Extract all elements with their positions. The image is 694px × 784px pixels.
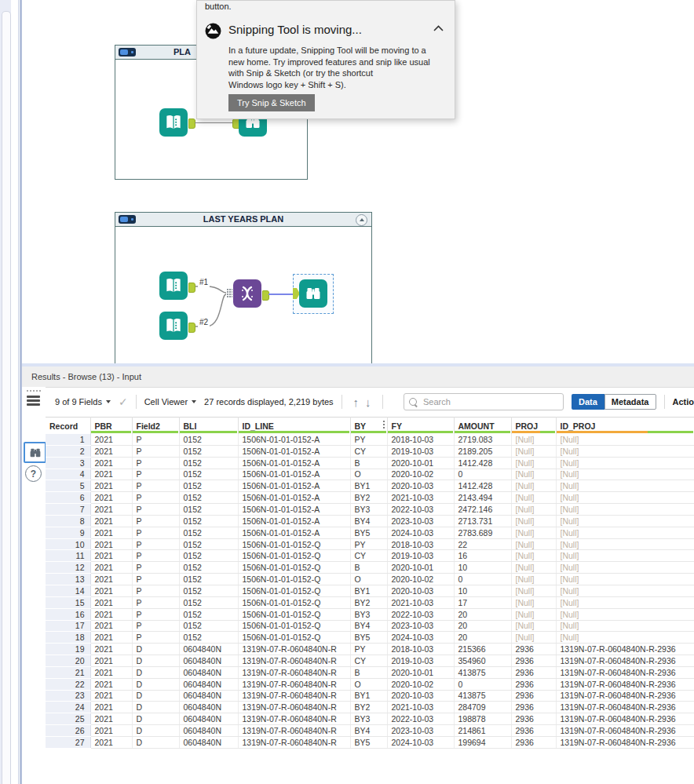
cell[interactable]: 2018-10-03 bbox=[387, 538, 454, 550]
column-header-id_proj[interactable]: ID_PROJ bbox=[556, 418, 694, 435]
table-row[interactable]: 82021P01521506N-01-01-0152-ABY42023-10-0… bbox=[46, 515, 694, 527]
table-row[interactable]: 32021P01521506N-01-01-0152-AB2020-10-011… bbox=[46, 457, 694, 469]
cell[interactable]: 1319N-07-R-0604840N-R-2936 bbox=[556, 644, 694, 655]
cell[interactable]: 2019-10-03 bbox=[387, 655, 454, 667]
cell[interactable]: PY bbox=[350, 538, 387, 550]
cell[interactable]: [Null] bbox=[511, 445, 556, 457]
cell[interactable]: 413875 bbox=[454, 690, 511, 702]
cell[interactable]: 2021 bbox=[90, 445, 132, 457]
cell[interactable]: 1319N-07-R-0604840N-R-2936 bbox=[556, 678, 694, 690]
table-row[interactable]: 162021P01521506N-01-01-0152-QBY32022-10-… bbox=[46, 608, 694, 620]
cell[interactable]: [Null] bbox=[556, 596, 694, 608]
cell[interactable]: BY4 bbox=[350, 620, 387, 632]
cell[interactable]: P bbox=[132, 492, 179, 504]
cell[interactable]: P bbox=[132, 550, 179, 562]
cell[interactable]: 2023-10-03 bbox=[387, 620, 454, 632]
column-header-by[interactable]: BY bbox=[350, 418, 387, 435]
cell[interactable]: [Null] bbox=[556, 620, 694, 632]
data-tab-button[interactable]: Data bbox=[572, 394, 605, 410]
cell[interactable]: [Null] bbox=[511, 608, 556, 620]
cell[interactable]: 2713.731 bbox=[454, 515, 511, 527]
cell[interactable]: [Null] bbox=[511, 620, 556, 632]
cell[interactable]: 1506N-01-01-0152-Q bbox=[238, 596, 350, 608]
cell[interactable]: [Null] bbox=[511, 504, 556, 516]
cell[interactable]: 2021 bbox=[90, 574, 132, 585]
cell[interactable]: [Null] bbox=[556, 434, 694, 445]
try-snip-sketch-button[interactable]: Try Snip & Sketch bbox=[228, 94, 315, 111]
cell[interactable]: 2021 bbox=[90, 550, 132, 562]
cell[interactable]: 2020-10-03 bbox=[387, 480, 454, 492]
cell[interactable]: 2021 bbox=[90, 469, 132, 480]
column-header-bli[interactable]: BLI bbox=[179, 418, 238, 435]
cell[interactable]: 0152 bbox=[179, 492, 238, 504]
cell[interactable]: 2936 bbox=[511, 725, 556, 737]
selected-connection-wire[interactable] bbox=[268, 294, 293, 295]
input-data-tool-2[interactable] bbox=[159, 312, 188, 340]
cell[interactable]: 1319N-07-R-0604840N-R bbox=[238, 702, 350, 713]
apply-check-icon[interactable]: ✓ bbox=[119, 396, 128, 408]
cell[interactable]: 284709 bbox=[454, 702, 511, 713]
container-toggle[interactable] bbox=[119, 48, 136, 57]
cell[interactable]: 5 bbox=[46, 480, 90, 492]
actions-menu-clipped[interactable]: Actio bbox=[673, 397, 694, 407]
cell[interactable]: [Null] bbox=[511, 550, 556, 562]
cell[interactable]: 2936 bbox=[511, 690, 556, 702]
cell[interactable]: CY bbox=[350, 655, 387, 667]
table-row[interactable]: 102021P01521506N-01-01-0152-QPY2018-10-0… bbox=[46, 538, 694, 550]
cell[interactable]: 0 bbox=[454, 574, 511, 585]
cell[interactable]: PY bbox=[350, 434, 387, 445]
output-anchor[interactable] bbox=[188, 323, 195, 333]
cell[interactable]: 2024-10-03 bbox=[387, 632, 454, 644]
cell[interactable]: [Null] bbox=[511, 562, 556, 574]
cell[interactable]: 0604840N bbox=[179, 725, 238, 737]
cell[interactable]: 6 bbox=[46, 492, 90, 504]
table-row[interactable]: 22021P01521506N-01-01-0152-ACY2019-10-03… bbox=[46, 445, 694, 457]
cell[interactable]: CY bbox=[350, 550, 387, 562]
cell[interactable]: 1506N-01-01-0152-A bbox=[238, 492, 350, 504]
cell[interactable]: P bbox=[132, 608, 179, 620]
cell[interactable]: 0152 bbox=[179, 445, 238, 457]
cell[interactable]: 2021 bbox=[90, 736, 132, 748]
cell[interactable]: D bbox=[132, 736, 179, 748]
cell[interactable]: 2021 bbox=[90, 690, 132, 702]
cell[interactable]: B bbox=[350, 562, 387, 574]
cell[interactable]: 0152 bbox=[179, 538, 238, 550]
cell[interactable]: 1506N-01-01-0152-A bbox=[238, 457, 350, 469]
cell[interactable]: 1412.428 bbox=[454, 457, 511, 469]
cell[interactable]: 2936 bbox=[511, 678, 556, 690]
cell[interactable]: 1319N-07-R-0604840N-R-2936 bbox=[556, 655, 694, 667]
cell[interactable]: 2719.083 bbox=[454, 434, 511, 445]
cell[interactable]: 2021 bbox=[90, 666, 132, 678]
column-header-pbr[interactable]: PBR bbox=[90, 418, 132, 435]
cell[interactable]: 2022-10-03 bbox=[387, 608, 454, 620]
cell[interactable]: 0152 bbox=[179, 562, 238, 574]
table-row[interactable]: 242021D0604840N1319N-07-R-0604840N-RBY22… bbox=[46, 702, 694, 713]
results-titlebar[interactable]: Results - Browse (13) - Input bbox=[22, 366, 694, 388]
column-header-record[interactable]: Record bbox=[46, 418, 90, 435]
cell[interactable]: D bbox=[132, 644, 179, 655]
column-header-id_line[interactable]: ID_LINE bbox=[238, 418, 350, 435]
table-row[interactable]: 132021P01521506N-01-01-0152-QO2020-10-02… bbox=[46, 574, 694, 585]
cell[interactable]: O bbox=[350, 678, 387, 690]
cell[interactable]: 0604840N bbox=[179, 666, 238, 678]
cell[interactable]: P bbox=[132, 562, 179, 574]
cell[interactable]: 0604840N bbox=[179, 690, 238, 702]
cell[interactable]: [Null] bbox=[556, 480, 694, 492]
cell[interactable]: 2021 bbox=[90, 713, 132, 725]
cell[interactable]: [Null] bbox=[556, 527, 694, 538]
cell[interactable]: 1506N-01-01-0152-Q bbox=[238, 608, 350, 620]
cell[interactable]: 0152 bbox=[179, 596, 238, 608]
cell[interactable]: 1319N-07-R-0604840N-R bbox=[238, 736, 350, 748]
cell[interactable]: BY3 bbox=[350, 713, 387, 725]
cell[interactable]: 2021 bbox=[90, 527, 132, 538]
cell[interactable]: 20 bbox=[454, 608, 511, 620]
table-row[interactable]: 152021P01521506N-01-01-0152-QBY22021-10-… bbox=[46, 596, 694, 608]
output-anchor[interactable] bbox=[188, 119, 195, 129]
column-header-fy[interactable]: FY bbox=[387, 418, 454, 435]
cell[interactable]: 0152 bbox=[179, 527, 238, 538]
cell[interactable]: 2023-10-03 bbox=[387, 725, 454, 737]
cell[interactable]: P bbox=[132, 527, 179, 538]
scroll-down-button[interactable]: ↓ bbox=[365, 396, 371, 409]
cell[interactable]: 2021-10-03 bbox=[387, 702, 454, 713]
cell[interactable]: 413875 bbox=[454, 666, 511, 678]
